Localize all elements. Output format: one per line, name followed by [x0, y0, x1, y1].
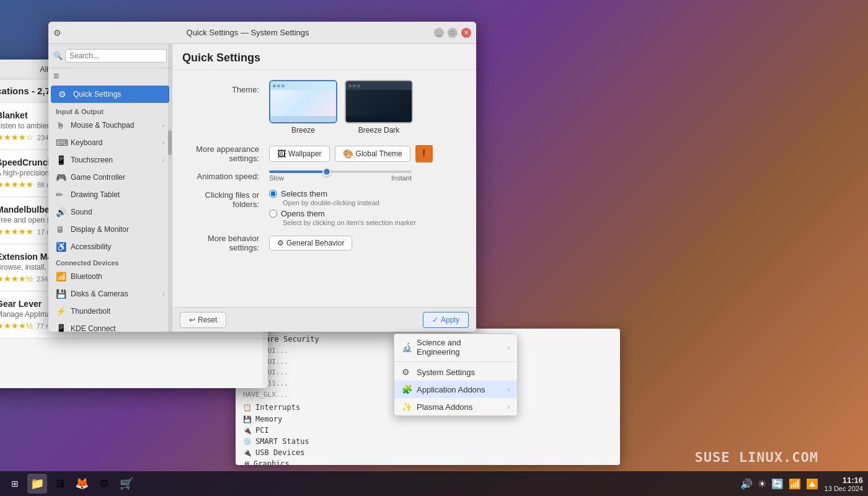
- animation-speed-label: Animation speed:: [182, 172, 269, 181]
- taskbar-right: 🔊 ☀ 🔄 📶 🔼 11:16 13 Dec 2024: [740, 476, 863, 492]
- sidebar-item-display-monitor[interactable]: 🖥 Display & Monitor: [48, 221, 172, 238]
- file-click-row: Clicking files or folders: Selects them …: [182, 189, 466, 226]
- theme-option-breeze-dark[interactable]: Breeze Dark: [345, 80, 413, 135]
- mouse-touchpad-label: Mouse & Touchpad: [71, 121, 135, 130]
- theme-preview-breeze: [269, 80, 337, 123]
- radio-option-selects: Selects them Open by double-clicking ins…: [269, 189, 416, 206]
- sidebar-scrollbar[interactable]: [168, 44, 172, 332]
- taskbar-files-button[interactable]: 📁: [27, 474, 47, 494]
- general-behavior-button[interactable]: ⚙ General Behavior: [269, 236, 352, 250]
- sidebar-item-thunderbolt[interactable]: ⚡ Thunderbolt: [48, 303, 172, 320]
- watermark: SUSE LINUX.COM: [695, 450, 818, 465]
- kde-connect-label: KDE Connect: [71, 324, 116, 332]
- radio-opens[interactable]: [269, 210, 277, 218]
- keyboard-icon: ⌨: [56, 138, 66, 148]
- quick-settings-label: Quick Settings: [73, 90, 121, 99]
- sidebar-item-game-controller[interactable]: 🎮 Game Controller: [48, 169, 172, 186]
- kde-connect-icon: 📱: [56, 324, 66, 332]
- radio-selects-label[interactable]: Selects them: [281, 189, 327, 198]
- sidebar-scroll-thumb: [168, 130, 172, 155]
- sidebar-item-keyboard[interactable]: ⌨ Keyboard ›: [48, 134, 172, 151]
- taskbar: ⊞ 📁 🖥 🦊 ⚙ 🛒 🔊 ☀ 🔄 📶 🔼 11:16 13 Dec 2024: [0, 471, 868, 496]
- settings-window-icon: ⚙: [53, 28, 61, 38]
- context-item-plasma-addons[interactable]: ✨ Plasma Addons ›: [394, 398, 517, 415]
- reset-button[interactable]: ↩ Reset: [180, 312, 226, 328]
- global-theme-label: Global Theme: [356, 149, 402, 158]
- touchscreen-label: Touchscreen: [71, 156, 113, 164]
- volume-icon[interactable]: 🔊: [740, 478, 753, 490]
- radio-option-opens: Opens them Select by clicking on item's …: [269, 209, 416, 226]
- titlebar-buttons: _ □ ✕: [434, 28, 471, 38]
- theme-label: Theme:: [182, 80, 269, 94]
- animation-row: Animation speed: Slow Instant: [182, 170, 466, 182]
- appearance-row: More appearance settings: 🖼 Wallpaper 🎨 …: [182, 144, 466, 163]
- bluetooth-icon: 📶: [56, 272, 66, 281]
- sidebar-item-kde-connect[interactable]: 📱 KDE Connect: [48, 320, 172, 332]
- search-input[interactable]: [65, 49, 167, 63]
- minimize-button[interactable]: _: [434, 28, 444, 38]
- sidebar-item-drawing-tablet[interactable]: ✏ Drawing Tablet: [48, 186, 172, 203]
- network-icon[interactable]: 📶: [789, 478, 801, 490]
- accessibility-icon: ♿: [56, 242, 66, 252]
- theme-dot: [273, 84, 276, 87]
- apply-button[interactable]: ✓ Apply: [423, 312, 469, 328]
- global-theme-button[interactable]: 🎨 Global Theme: [335, 146, 410, 162]
- bluetooth-label: Bluetooth: [71, 272, 102, 281]
- sidebar-item-disks-cameras[interactable]: 💾 Disks & Cameras ›: [48, 285, 172, 303]
- quick-settings-icon: ⚙: [58, 89, 68, 99]
- taskbar-apps-button[interactable]: ⊞: [5, 474, 25, 494]
- brightness-icon[interactable]: ☀: [758, 478, 766, 490]
- taskbar-settings-button[interactable]: ⚙: [94, 474, 114, 494]
- wallpaper-label: Wallpaper: [288, 149, 322, 158]
- theme-body-breeze: [270, 90, 336, 116]
- animation-speed-slider[interactable]: [269, 170, 412, 173]
- context-item-application-addons[interactable]: 🧩 Application Addons ›: [394, 381, 517, 398]
- context-menu: 🔬 Science and Engineering › ⚙ System Set…: [394, 334, 518, 416]
- settings-body: 🔍 ≡ ⚙ Quick Settings Input & Output 🖱 Mo…: [48, 44, 476, 332]
- context-item-system-settings[interactable]: ⚙ System Settings: [394, 363, 517, 381]
- sidebar-item-accessibility[interactable]: ♿ Accessibility: [48, 238, 172, 255]
- theme-option-breeze[interactable]: Breeze: [269, 80, 337, 135]
- taskbar-discover-button[interactable]: 🛒: [117, 474, 136, 494]
- wallpaper-button[interactable]: 🖼 Wallpaper: [269, 146, 330, 162]
- taskbar-clock[interactable]: 11:16 13 Dec 2024: [825, 476, 863, 492]
- behavior-btn-label: General Behavior: [286, 239, 344, 247]
- context-item-science[interactable]: 🔬 Science and Engineering ›: [394, 334, 517, 360]
- taskbar-browser-button[interactable]: 🦊: [72, 474, 92, 494]
- maximize-button[interactable]: □: [448, 28, 458, 38]
- mouse-arrow-icon: ›: [162, 122, 164, 129]
- sidebar-item-touchscreen[interactable]: 📱 Touchscreen ›: [48, 151, 172, 169]
- drawing-tablet-icon: ✏: [56, 190, 66, 200]
- tray-arrow-icon[interactable]: 🔼: [806, 478, 818, 490]
- radio-selects[interactable]: [269, 190, 277, 198]
- radio-row-opens: Opens them: [269, 209, 416, 218]
- sidebar-item-bluetooth[interactable]: 📶 Bluetooth: [48, 268, 172, 285]
- application-addons-icon: 🧩: [402, 384, 412, 394]
- sidebar-item-mouse-touchpad[interactable]: 🖱 Mouse & Touchpad ›: [48, 117, 172, 134]
- radio-opens-label[interactable]: Opens them: [281, 209, 325, 218]
- sysinfo-pci: 🔌PCI: [243, 425, 613, 436]
- gamecontroller-icon: 🎮: [56, 172, 66, 182]
- theme-dot-dark-3: [357, 84, 360, 87]
- plasma-addons-icon: ✨: [402, 402, 412, 412]
- taskbar-terminal-button[interactable]: 🖥: [50, 474, 69, 494]
- theme-body-dark: [346, 90, 412, 116]
- notification-badge: !: [415, 145, 433, 162]
- thunderbolt-label: Thunderbolt: [71, 307, 110, 316]
- sidebar-item-quick-settings[interactable]: ⚙ Quick Settings: [51, 86, 169, 103]
- global-theme-icon: 🎨: [343, 149, 353, 159]
- theme-dot-dark-2: [353, 84, 356, 87]
- radio-row-selects: Selects them: [269, 189, 416, 198]
- science-arrow-icon: ›: [508, 344, 510, 351]
- theme-dot-2: [277, 84, 280, 87]
- close-button[interactable]: ✕: [461, 28, 471, 38]
- clock-time: 11:16: [825, 476, 863, 485]
- theme-taskbar-breeze: [270, 116, 336, 122]
- clock-date: 13 Dec 2024: [825, 485, 863, 492]
- sidebar-menu-icon[interactable]: ≡: [53, 71, 59, 82]
- gear-lever-stars: ★★★★½: [0, 321, 33, 330]
- update-icon[interactable]: 🔄: [771, 478, 784, 490]
- sidebar-search-container: 🔍: [48, 44, 172, 68]
- sidebar-item-sound[interactable]: 🔊 Sound: [48, 203, 172, 221]
- theme-taskbar-dark: [346, 116, 412, 122]
